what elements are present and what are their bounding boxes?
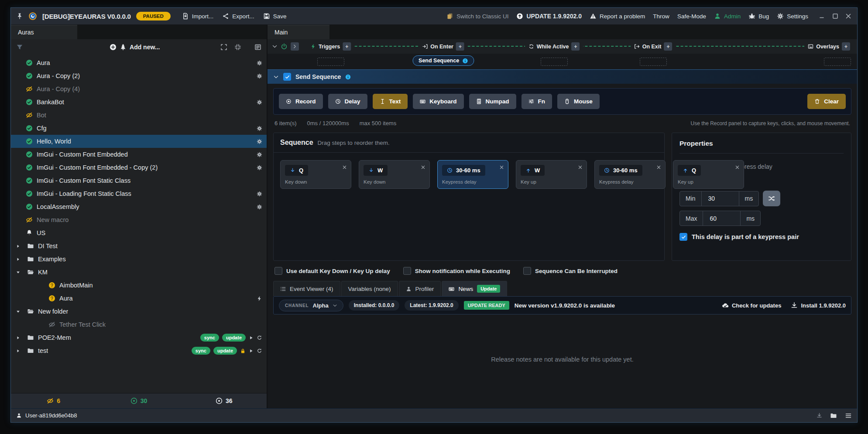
- add-overlays-button[interactable]: +: [842, 42, 850, 51]
- update-badge[interactable]: update: [222, 334, 246, 342]
- tree-item-new-folder[interactable]: New folder: [11, 305, 267, 318]
- tree-item-test[interactable]: testsyncupdate: [11, 344, 267, 357]
- gear-icon[interactable]: [257, 99, 262, 105]
- remove-step-icon[interactable]: [499, 164, 504, 171]
- bolt-icon[interactable]: [257, 296, 262, 301]
- close-button[interactable]: [845, 13, 852, 20]
- add-triggers-button[interactable]: +: [343, 42, 351, 51]
- tree-item-tether-test-click[interactable]: Tether Test Click: [11, 318, 267, 331]
- minimize-button[interactable]: [819, 13, 826, 20]
- play-icon[interactable]: [249, 335, 254, 340]
- remove-step-icon[interactable]: [578, 164, 583, 171]
- option-show-notification-while-executing[interactable]: Show notification while Executing: [403, 267, 510, 275]
- checkbox[interactable]: [274, 267, 282, 275]
- safe-mode-button[interactable]: Safe-Mode: [677, 13, 706, 20]
- sequence-step-4[interactable]: WKey up: [516, 160, 587, 189]
- tree-item-examples[interactable]: Examples: [11, 253, 267, 266]
- gear-icon[interactable]: [257, 126, 262, 131]
- tree-item-aura[interactable]: Aura: [11, 292, 267, 305]
- tree-item-aura-copy-2[interactable]: Aura - Copy (2): [11, 69, 267, 82]
- log-menu-icon[interactable]: [845, 412, 852, 419]
- switch-classic-ui-button[interactable]: Switch to Classic UI: [446, 13, 508, 20]
- option-sequence-can-be-interrupted[interactable]: Sequence Can Be Interrupted: [523, 267, 618, 275]
- sequence-step-6[interactable]: QKey up: [673, 160, 744, 189]
- remove-step-icon[interactable]: [421, 164, 425, 171]
- play-icon[interactable]: [249, 349, 254, 353]
- update-badge[interactable]: update: [213, 347, 237, 355]
- caret-down-icon[interactable]: [16, 270, 23, 275]
- send-sequence-enabled-checkbox[interactable]: [283, 73, 291, 81]
- tab-profiler[interactable]: Profiler: [399, 281, 441, 296]
- tree-item-imgui-custom-font-embedded[interactable]: ImGui - Custom Font Embedded: [11, 148, 267, 161]
- remove-step-icon[interactable]: [735, 164, 740, 171]
- settings-button[interactable]: Settings: [777, 13, 808, 20]
- export-button[interactable]: Export...: [222, 13, 254, 20]
- numpad-button[interactable]: Numpad: [469, 94, 516, 109]
- caret-right-icon[interactable]: [16, 335, 23, 340]
- run-step-button[interactable]: [291, 42, 299, 51]
- collapse-pipeline-icon[interactable]: [272, 44, 278, 49]
- admin-button[interactable]: Admin: [714, 13, 741, 20]
- randomize-delay-button[interactable]: [763, 191, 780, 206]
- tree-item-imgui-custom-font-embedded-copy-2[interactable]: ImGui - Custom Font Embedded - Copy (2): [11, 161, 267, 174]
- send-sequence-pill[interactable]: Send Sequence: [412, 55, 474, 66]
- tree-item-km[interactable]: KM: [11, 266, 267, 279]
- tree-item-new-macro[interactable]: New macro: [11, 213, 267, 226]
- tree-item-bankabot[interactable]: BankaBot: [11, 96, 267, 109]
- add-new-button[interactable]: Add new...: [110, 44, 160, 51]
- update-button[interactable]: UPDATE 1.9.9202.0: [516, 13, 582, 20]
- tree-item-aimbotmain[interactable]: AimbotMain: [11, 279, 267, 292]
- download-log-icon[interactable]: [817, 413, 822, 418]
- delay-button[interactable]: Delay: [328, 94, 367, 109]
- open-folder-icon[interactable]: [830, 412, 837, 419]
- remove-step-icon[interactable]: [656, 164, 661, 171]
- expand-all-icon[interactable]: [220, 44, 227, 51]
- tree-item-aura[interactable]: Aura: [11, 56, 267, 69]
- max-delay-input[interactable]: [709, 215, 734, 222]
- tab-news[interactable]: NewsUpdate: [442, 281, 507, 296]
- mouse-button[interactable]: Mouse: [557, 94, 600, 109]
- refresh-icon[interactable]: [257, 348, 262, 354]
- fn-button[interactable]: Fn: [521, 94, 552, 109]
- gear-icon[interactable]: [257, 191, 262, 197]
- tree-item-di-test[interactable]: DI Test: [11, 239, 267, 253]
- sync-badge[interactable]: sync: [200, 334, 219, 342]
- gear-icon[interactable]: [257, 152, 262, 157]
- add-on-exit-button[interactable]: +: [664, 42, 672, 51]
- collapse-section-icon[interactable]: [273, 74, 279, 80]
- tab-variables-none[interactable]: Variables (none): [341, 281, 398, 296]
- keypress-pair-checkbox[interactable]: [679, 233, 687, 241]
- text-button[interactable]: Text: [373, 94, 408, 109]
- gear-icon[interactable]: [257, 204, 262, 210]
- maximize-button[interactable]: [832, 13, 839, 20]
- tree-item-cfg[interactable]: Cfg: [11, 122, 267, 135]
- tab-event-viewer-4[interactable]: Event Viewer (4): [273, 281, 340, 296]
- power-icon[interactable]: [281, 43, 288, 50]
- sequence-step-3[interactable]: 30-60 msKeypress delay: [437, 160, 508, 189]
- pin-icon[interactable]: [16, 13, 23, 20]
- min-delay-input[interactable]: [707, 195, 733, 202]
- add-on-enter-button[interactable]: +: [456, 42, 464, 51]
- sequence-step-2[interactable]: WKey down: [359, 160, 430, 189]
- gear-icon[interactable]: [257, 60, 262, 66]
- tree-item-localassembly[interactable]: LocalAssembly: [11, 200, 267, 213]
- checkbox[interactable]: [523, 267, 531, 275]
- checkbox[interactable]: [403, 267, 411, 275]
- sequence-step-1[interactable]: QKey down: [280, 160, 351, 189]
- install-update-button[interactable]: Install 1.9.9202.0: [791, 302, 846, 309]
- tree-item-poe2-mem[interactable]: POE2-Memsyncupdate: [11, 331, 267, 344]
- caret-right-icon[interactable]: [16, 349, 23, 353]
- add-while-active-button[interactable]: +: [572, 42, 580, 51]
- check-updates-button[interactable]: Check for updates: [722, 302, 781, 309]
- remove-step-icon[interactable]: [342, 164, 347, 171]
- caret-right-icon[interactable]: [16, 244, 23, 249]
- gear-icon[interactable]: [257, 139, 262, 144]
- tree-item-hello-world[interactable]: Hello, World: [11, 135, 267, 148]
- paused-badge[interactable]: PAUSED: [136, 12, 171, 21]
- collapse-all-icon[interactable]: [234, 44, 241, 51]
- tree-item-imgui-custom-font-static-class[interactable]: ImGui - Custom Font Static Class: [11, 174, 267, 187]
- tree-item-bot[interactable]: Bot: [11, 109, 267, 122]
- tab-main[interactable]: Main: [268, 25, 329, 39]
- tree-item-aura-copy-4[interactable]: Aura - Copy (4): [11, 82, 267, 96]
- save-button[interactable]: Save: [263, 13, 287, 20]
